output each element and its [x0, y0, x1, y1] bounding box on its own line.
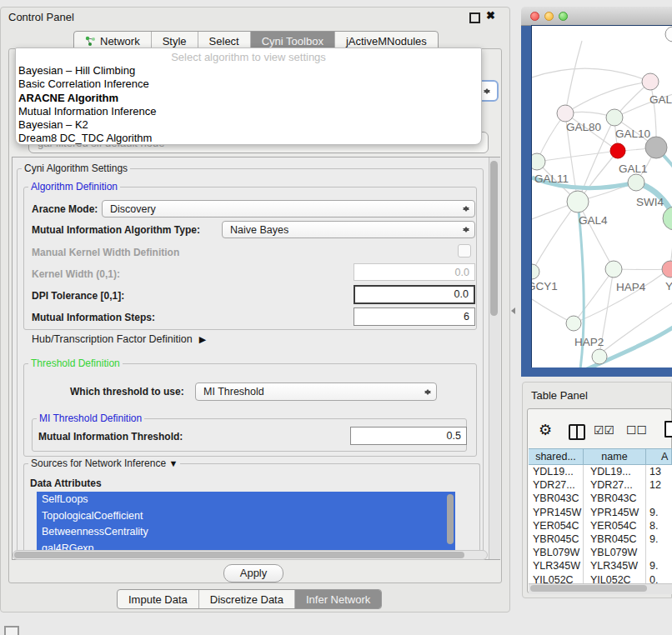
algorithm-option[interactable]: Mutual Information Inference — [16, 105, 481, 118]
table-cell[interactable]: 9. — [646, 506, 672, 519]
network-edge[interactable] — [532, 68, 650, 82]
table-row[interactable]: YDL19...YDL19...13 — [529, 465, 672, 478]
table-row[interactable]: YIL052CYIL052C0. — [529, 573, 672, 584]
tab-discretize-data[interactable]: Discretize Data — [199, 590, 295, 608]
table-cell[interactable]: YLR345W — [529, 559, 584, 572]
hub-definition-section[interactable]: Hub/Transcription Factor Definition ▶ — [32, 333, 206, 345]
table-cell[interactable]: 12 — [646, 478, 672, 492]
column-header-partial[interactable]: A — [646, 448, 672, 465]
network-node[interactable] — [532, 153, 545, 170]
network-node[interactable] — [662, 261, 672, 278]
settings-hscrollbar-thumb[interactable] — [14, 552, 464, 558]
kernel-width-field[interactable]: 0.0 — [354, 263, 475, 281]
network-node[interactable] — [606, 109, 623, 126]
dpi-tolerance-field[interactable]: 0.0 — [354, 285, 475, 304]
document-icon[interactable] — [664, 421, 672, 438]
column-header-name[interactable]: name — [584, 448, 646, 465]
network-edge[interactable] — [565, 41, 582, 113]
tab-impute-data[interactable]: Impute Data — [118, 590, 199, 608]
tab-infer-network[interactable]: Infer Network — [295, 590, 381, 608]
minimize-traffic-light-icon[interactable] — [544, 12, 554, 21]
network-edge[interactable] — [574, 269, 614, 323]
table-row[interactable]: YPR145WYPR145W9. — [529, 506, 672, 519]
network-node[interactable] — [567, 191, 589, 212]
mi-algorithm-type-combo[interactable]: Naive Bayes — [222, 221, 475, 238]
algorithm-option[interactable]: Dream8 DC_TDC Algorithm — [16, 132, 481, 145]
table-cell[interactable]: YIL052C — [584, 573, 646, 584]
close-traffic-light-icon[interactable] — [530, 12, 539, 21]
network-edge[interactable] — [532, 202, 578, 272]
network-node[interactable] — [605, 261, 622, 278]
table-cell[interactable]: 0. — [646, 573, 672, 584]
table-cell[interactable]: YBR045C — [584, 532, 646, 546]
table-hscrollbar-thumb[interactable] — [530, 585, 647, 592]
data-attribute-item[interactable]: SelfLoops — [37, 492, 455, 508]
deselect-all-checkboxes-icon[interactable]: ☐☐ — [626, 423, 647, 437]
settings-scrollbar-thumb[interactable] — [490, 161, 498, 316]
network-node[interactable] — [592, 349, 607, 364]
column-header-shared[interactable]: shared... — [529, 448, 584, 465]
manual-kernel-width-checkbox[interactable] — [458, 244, 471, 258]
gear-icon[interactable]: ⚙ — [539, 422, 552, 438]
aracne-mode-combo[interactable]: Discovery — [102, 200, 475, 218]
table-row[interactable]: YDR27...YDR27...12 — [529, 478, 672, 492]
algorithm-option[interactable]: ARACNE Algorithm — [16, 92, 481, 105]
apply-button[interactable]: Apply — [223, 564, 283, 582]
algorithm-option[interactable]: Basic Correlation Inference — [16, 78, 481, 91]
network-node[interactable] — [610, 143, 625, 158]
table-row[interactable]: YBR043CYBR043C — [529, 492, 672, 505]
network-node[interactable] — [566, 316, 581, 331]
network-node[interactable] — [628, 174, 644, 191]
algorithm-option[interactable]: Bayesian – Hill Climbing — [16, 64, 481, 78]
data-attribute-item[interactable]: BetweennessCentrality — [37, 524, 455, 541]
network-node[interactable] — [642, 73, 659, 90]
network-edge[interactable] — [565, 82, 650, 113]
table-cell[interactable]: YBR043C — [584, 492, 646, 505]
split-columns-icon[interactable] — [569, 424, 585, 440]
table-cell[interactable]: YER054C — [584, 519, 646, 532]
table-cell[interactable]: YBR043C — [529, 492, 584, 505]
network-node[interactable] — [532, 264, 539, 279]
network-edge[interactable] — [574, 269, 669, 323]
table-cell[interactable]: YLR345W — [584, 559, 646, 572]
table-cell[interactable] — [646, 546, 672, 559]
select-all-checkboxes-icon[interactable]: ☑☑ — [594, 423, 614, 437]
table-cell[interactable]: YDL19... — [584, 465, 646, 478]
data-attribute-item[interactable]: TopologicalCoefficient — [37, 508, 455, 525]
mi-threshold-field[interactable]: 0.5 — [350, 427, 467, 445]
which-threshold-combo[interactable]: MI Threshold — [195, 382, 437, 401]
table-cell[interactable]: YDR27... — [529, 478, 584, 492]
table-row[interactable]: YER054CYER054C8. — [529, 519, 672, 532]
table-row[interactable]: YBR045CYBR045C9. — [529, 532, 672, 546]
table-cell[interactable]: YER054C — [529, 519, 584, 532]
table-cell[interactable]: 8. — [646, 519, 672, 532]
expanded-arrow-icon[interactable]: ▼ — [168, 458, 178, 468]
close-icon[interactable]: ✖ — [486, 9, 495, 22]
table-cell[interactable]: YBL079W — [584, 546, 646, 559]
table-cell[interactable]: 13 — [646, 465, 672, 478]
network-canvas[interactable]: GALGAL80GAL10GAL1GAL11SWI4GAL4GCY1HAP4YH… — [531, 25, 672, 368]
network-graph[interactable]: GALGAL80GAL10GAL1GAL11SWI4GAL4GCY1HAP4YH… — [532, 26, 672, 368]
table-cell[interactable]: YPR145W — [529, 506, 584, 519]
table-cell[interactable]: 9. — [646, 559, 672, 572]
network-edge[interactable] — [537, 151, 618, 162]
minimized-panel-icon[interactable] — [4, 626, 19, 635]
table-row[interactable]: YLR345WYLR345W9. — [529, 559, 672, 572]
network-node[interactable] — [663, 207, 672, 230]
split-divider-handle-icon[interactable] — [508, 308, 515, 314]
table-cell[interactable]: YPR145W — [584, 506, 646, 519]
zoom-traffic-light-icon[interactable] — [559, 12, 568, 21]
table-cell[interactable]: YIL052C — [529, 573, 584, 584]
mi-steps-field[interactable]: 6 — [354, 308, 475, 326]
table-cell[interactable]: YDL19... — [529, 465, 584, 478]
float-window-icon[interactable] — [469, 12, 480, 23]
table-cell[interactable] — [646, 492, 672, 505]
network-node[interactable] — [557, 105, 574, 122]
table-cell[interactable]: 9. — [646, 532, 672, 546]
table-cell[interactable]: YBL079W — [529, 546, 584, 559]
algorithm-option[interactable]: Bayesian – K2 — [16, 118, 481, 132]
table-cell[interactable]: YBR045C — [529, 532, 584, 546]
attributes-list-scrollbar-thumb[interactable] — [447, 494, 454, 544]
collapsed-arrow-icon[interactable]: ▶ — [199, 334, 206, 345]
network-node[interactable] — [665, 27, 672, 42]
